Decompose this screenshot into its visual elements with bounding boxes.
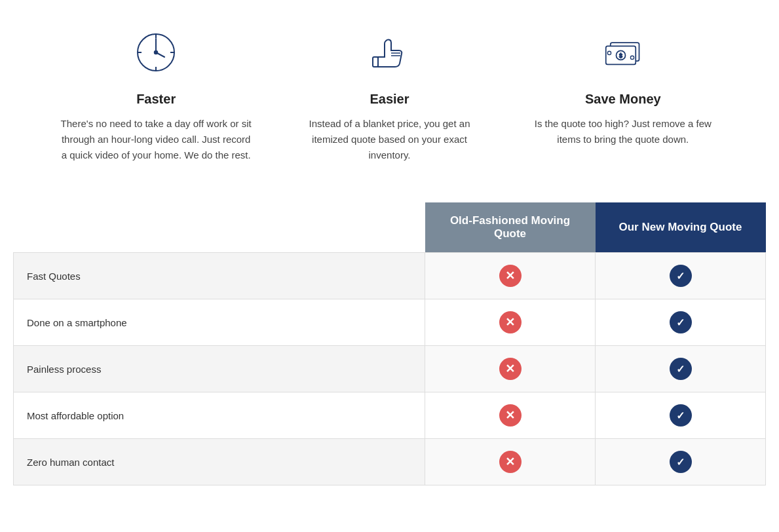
feature-save-money-desc: Is the quote too high? Just remove a few…: [526, 116, 720, 147]
check-icon: ✓: [670, 358, 692, 380]
col-header-old: Old-Fashioned Moving Quote: [425, 202, 596, 253]
feature-faster-desc: There's no need to take a day off work o…: [59, 116, 253, 163]
col-header-new: Our New Moving Quote: [596, 202, 766, 253]
new-quote-cell: ✓: [596, 299, 766, 346]
check-icon: ✓: [670, 311, 692, 333]
x-icon: ✕: [499, 404, 522, 427]
table-row: Most affordable option✕✓: [14, 392, 766, 439]
x-icon: ✕: [499, 358, 522, 380]
row-label-cell: Zero human contact: [14, 439, 425, 485]
new-quote-cell: ✓: [596, 253, 766, 299]
comparison-table: Old-Fashioned Moving Quote Our New Movin…: [13, 202, 766, 485]
check-icon: ✓: [670, 451, 692, 473]
new-quote-cell: ✓: [596, 439, 766, 485]
money-icon: $: [597, 26, 649, 79]
feature-easier-desc: Instead of a blanket price, you get an i…: [292, 116, 486, 163]
new-quote-cell: ✓: [596, 346, 766, 392]
old-quote-cell: ✕: [425, 253, 596, 299]
old-quote-cell: ✕: [425, 299, 596, 346]
table-row: Zero human contact✕✓: [14, 439, 766, 485]
old-quote-cell: ✕: [425, 346, 596, 392]
row-label-cell: Done on a smartphone: [14, 299, 425, 346]
features-row: Faster There's no need to take a day off…: [13, 26, 766, 163]
old-quote-cell: ✕: [425, 439, 596, 485]
table-row: Painless process✕✓: [14, 346, 766, 392]
x-icon: ✕: [499, 451, 522, 473]
row-label-cell: Painless process: [14, 346, 425, 392]
comparison-wrapper: Old-Fashioned Moving Quote Our New Movin…: [13, 202, 766, 485]
row-label-cell: Most affordable option: [14, 392, 425, 439]
col-header-label: [14, 202, 425, 253]
check-icon: ✓: [670, 404, 692, 427]
new-quote-cell: ✓: [596, 392, 766, 439]
feature-easier-title: Easier: [292, 92, 486, 107]
feature-faster-title: Faster: [59, 92, 253, 107]
row-label-cell: Fast Quotes: [14, 253, 425, 299]
feature-save-money: $ Save Money Is the quote too high? Just…: [506, 26, 740, 147]
svg-text:$: $: [619, 52, 622, 59]
table-row: Done on a smartphone✕✓: [14, 299, 766, 346]
svg-rect-8: [373, 57, 378, 67]
svg-line-3: [156, 52, 164, 57]
feature-faster: Faster There's no need to take a day off…: [39, 26, 273, 163]
check-icon: ✓: [670, 265, 692, 287]
old-quote-cell: ✕: [425, 392, 596, 439]
x-icon: ✕: [499, 265, 522, 287]
feature-save-money-title: Save Money: [526, 92, 720, 107]
page-container: Faster There's no need to take a day off…: [0, 0, 779, 512]
x-icon: ✕: [499, 311, 522, 333]
table-row: Fast Quotes✕✓: [14, 253, 766, 299]
thumbsup-icon: [363, 26, 415, 79]
clock-icon: [130, 26, 182, 79]
feature-easier: Easier Instead of a blanket price, you g…: [273, 26, 506, 163]
